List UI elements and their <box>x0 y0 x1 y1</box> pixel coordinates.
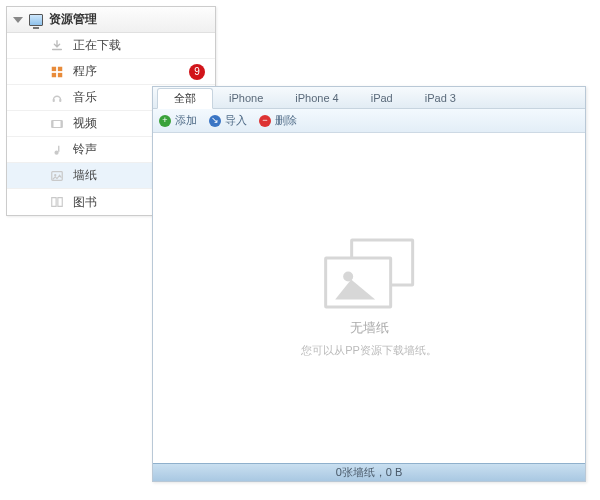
sidebar-item-label: 程序 <box>73 63 97 80</box>
tab-iphone[interactable]: iPhone <box>213 87 279 108</box>
empty-state: 无墙纸 您可以从PP资源下载墙纸。 <box>301 239 437 358</box>
tab-label: iPhone 4 <box>295 92 338 104</box>
delete-icon: − <box>259 115 271 127</box>
sidebar-item-label: 铃声 <box>73 141 97 158</box>
svg-point-11 <box>54 173 56 175</box>
sidebar-item-label: 音乐 <box>73 89 97 106</box>
svg-rect-4 <box>53 98 55 101</box>
button-label: 删除 <box>275 113 297 128</box>
status-bar: 0张墙纸，0 B <box>153 463 585 481</box>
svg-rect-5 <box>59 98 61 101</box>
tab-label: iPhone <box>229 92 263 104</box>
tab-all[interactable]: 全部 <box>157 88 213 109</box>
app-icon <box>49 64 65 80</box>
tab-label: iPad <box>371 92 393 104</box>
music-icon <box>49 90 65 106</box>
tab-label: 全部 <box>174 91 196 106</box>
tab-iphone4[interactable]: iPhone 4 <box>279 87 354 108</box>
sidebar-title: 资源管理 <box>49 11 97 28</box>
main-panel: 全部 iPhone iPhone 4 iPad iPad 3 + 添加 ↘ 导入… <box>152 86 586 482</box>
svg-rect-0 <box>52 66 56 70</box>
toolbar: + 添加 ↘ 导入 − 删除 <box>153 109 585 133</box>
sidebar-item-apps[interactable]: 程序 9 <box>7 59 215 85</box>
sidebar-item-downloading[interactable]: 正在下载 <box>7 33 215 59</box>
svg-rect-8 <box>61 120 63 127</box>
tab-label: iPad 3 <box>425 92 456 104</box>
button-label: 导入 <box>225 113 247 128</box>
svg-rect-1 <box>58 66 62 70</box>
svg-point-9 <box>54 150 58 154</box>
download-icon <box>49 38 65 54</box>
ringtone-icon <box>49 142 65 158</box>
book-icon <box>49 194 65 210</box>
badge-count: 9 <box>189 64 205 80</box>
import-button[interactable]: ↘ 导入 <box>209 113 247 128</box>
sidebar-item-label: 图书 <box>73 194 97 211</box>
image-placeholder-icon <box>324 239 414 309</box>
plus-icon: + <box>159 115 171 127</box>
delete-button[interactable]: − 删除 <box>259 113 297 128</box>
chevron-down-icon <box>13 17 23 23</box>
wallpaper-icon <box>49 168 65 184</box>
button-label: 添加 <box>175 113 197 128</box>
sidebar-item-label: 正在下载 <box>73 37 121 54</box>
svg-rect-2 <box>52 72 56 76</box>
add-button[interactable]: + 添加 <box>159 113 197 128</box>
tab-ipad3[interactable]: iPad 3 <box>409 87 472 108</box>
video-icon <box>49 116 65 132</box>
status-text: 0张墙纸，0 B <box>336 465 403 480</box>
tab-ipad[interactable]: iPad <box>355 87 409 108</box>
empty-subtitle: 您可以从PP资源下载墙纸。 <box>301 343 437 358</box>
svg-rect-3 <box>58 72 62 76</box>
svg-rect-7 <box>52 120 54 127</box>
import-icon: ↘ <box>209 115 221 127</box>
sidebar-item-label: 视频 <box>73 115 97 132</box>
sidebar-header[interactable]: 资源管理 <box>7 7 215 33</box>
monitor-icon <box>29 14 43 26</box>
content-area: 无墙纸 您可以从PP资源下载墙纸。 <box>153 133 585 463</box>
sidebar-item-label: 墙纸 <box>73 167 97 184</box>
empty-title: 无墙纸 <box>301 319 437 337</box>
tab-bar: 全部 iPhone iPhone 4 iPad iPad 3 <box>153 87 585 109</box>
